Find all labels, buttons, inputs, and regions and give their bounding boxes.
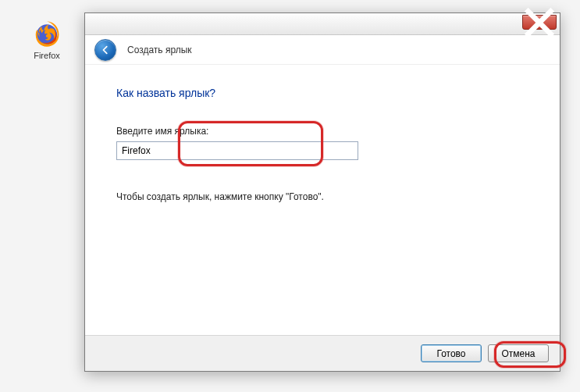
shortcut-name-input[interactable] bbox=[116, 141, 358, 160]
cancel-button[interactable]: Отмена bbox=[488, 344, 549, 362]
close-icon bbox=[523, 6, 556, 39]
page-heading: Как назвать ярлык? bbox=[116, 87, 528, 99]
desktop-icon-label: Firefox bbox=[23, 51, 70, 60]
create-shortcut-dialog: Создать ярлык Как назвать ярлык? Введите… bbox=[84, 12, 560, 372]
back-button[interactable] bbox=[94, 39, 116, 61]
arrow-left-icon bbox=[100, 45, 111, 55]
titlebar bbox=[85, 13, 560, 35]
dialog-footer: Готово Отмена bbox=[85, 335, 560, 371]
finish-button[interactable]: Готово bbox=[421, 344, 482, 362]
nav-row: Создать ярлык bbox=[85, 35, 560, 65]
name-field-label: Введите имя ярлыка: bbox=[116, 126, 528, 137]
close-button[interactable] bbox=[522, 15, 557, 30]
dialog-content: Как назвать ярлык? Введите имя ярлыка: Ч… bbox=[85, 65, 560, 335]
firefox-icon bbox=[32, 19, 62, 48]
desktop-icon-firefox[interactable]: Firefox bbox=[23, 19, 70, 60]
wizard-title: Создать ярлык bbox=[127, 45, 192, 55]
instruction-text: Чтобы создать ярлык, нажмите кнопку "Гот… bbox=[116, 191, 528, 202]
